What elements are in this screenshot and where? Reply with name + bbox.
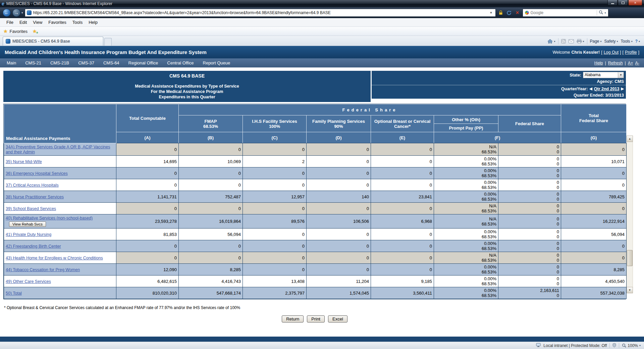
nav-item-cms-37[interactable]: CMS-37 [78, 60, 94, 65]
cell-ihs: 0 [243, 240, 307, 252]
footnote: * Optional Breast & Cervical Cancer Serv… [4, 305, 644, 310]
search-options-icon[interactable]: ▾ [605, 11, 606, 14]
service-link[interactable]: 39) School Based Services [6, 206, 56, 211]
tools-menu-button[interactable]: Tools▾ [621, 39, 633, 44]
logout-link[interactable]: Log Out [604, 50, 619, 55]
cell-service-label: 41) Private Duty Nursing [4, 229, 116, 240]
zoom-control[interactable]: 100% ▾ [622, 343, 641, 348]
nav-item-central-office[interactable]: Central Office [167, 60, 194, 65]
font-decrease-link[interactable]: A- [635, 61, 640, 65]
service-link[interactable]: 34A) Preventive Services Grade A OR B, A… [6, 145, 110, 154]
service-link[interactable]: 44) Tobacco Cessation for Preg Women [6, 267, 80, 272]
menu-item-file[interactable]: File [3, 19, 16, 26]
safety-menu-button[interactable]: Safety▾ [604, 39, 618, 44]
table-row: 41) Private Duty Nursing 81,853 56,094 0… [4, 229, 627, 240]
window-title: MBES/CBES - CMS 64.9 Base - Windows Inte… [6, 1, 112, 6]
nav-item-cms-21[interactable]: CMS-21 [25, 60, 41, 65]
add-favorite-button[interactable]: ★+ [31, 29, 38, 34]
intranet-zone-icon [536, 343, 541, 348]
profile-link[interactable]: Profile [625, 50, 637, 55]
table-scrollbar[interactable]: ▲ ▼ [627, 136, 633, 293]
cell-total-federal-share: 0 [561, 167, 627, 179]
minimize-button[interactable] [607, 0, 618, 6]
service-link[interactable]: 49) Other Care Services [6, 279, 51, 284]
new-tab-button[interactable] [104, 38, 112, 46]
favorites-button[interactable]: Favorites [9, 29, 30, 34]
home-button[interactable]: ▾ [547, 39, 555, 44]
service-link[interactable]: 42) Freestanding Birth Center [6, 244, 61, 249]
state-select-arrow-icon[interactable]: ▼ [618, 72, 624, 78]
cell-breast-cervical-cancer: 0 [371, 143, 434, 156]
nav-item-cms-64[interactable]: CMS-64 [103, 60, 119, 65]
cell-federal-share: 00 [498, 191, 561, 203]
service-link[interactable]: 38) Nurse Practitioner Services [6, 195, 64, 199]
cell-total-federal-share: 0 [561, 143, 627, 156]
page-menu-button[interactable]: Page▾ [590, 39, 602, 44]
next-quarter-icon[interactable]: ▶ [621, 87, 624, 91]
service-link[interactable]: 50) Total [6, 291, 22, 296]
help-menu-button[interactable]: ?▾ [635, 39, 640, 44]
close-button[interactable]: × [628, 0, 642, 6]
refresh-button[interactable] [506, 9, 513, 16]
help-link[interactable]: Help [594, 61, 603, 65]
cell-federal-share: 00 [498, 229, 561, 240]
view-rehab-svcs-button[interactable]: View Rehab Svcs [9, 221, 46, 227]
nav-item-report-queue[interactable]: Report Queue [203, 60, 230, 65]
print-form-button[interactable]: Print [307, 315, 325, 322]
cell-ihs: 89,576 [243, 214, 307, 229]
menu-item-help[interactable]: Help [86, 19, 101, 26]
favorites-star-icon[interactable]: ★ [3, 29, 8, 34]
excel-button[interactable]: Excel [328, 315, 347, 322]
quarter-link[interactable]: Qtr 2nd 2013 [594, 87, 620, 91]
nav-item-main[interactable]: Main [7, 60, 16, 65]
read-mail-button[interactable] [569, 39, 574, 43]
service-link[interactable]: 35) Nurse Mid-Wife [6, 159, 42, 164]
search-magnifier-icon[interactable] [599, 10, 603, 15]
back-button[interactable]: ← [3, 9, 11, 17]
cell-family-planning: 0 [307, 203, 371, 214]
state-select[interactable]: Alabama ▼ [583, 72, 624, 78]
service-link[interactable]: 40) Rehabilitative Services (non-school-… [6, 216, 93, 220]
search-input[interactable]: Google ▾ [523, 9, 608, 17]
menu-item-view[interactable]: View [30, 19, 45, 26]
service-link[interactable]: 36) Emergency Hospital Services [6, 171, 68, 176]
column-letter-b: (B) [179, 132, 243, 143]
forward-button[interactable]: → [12, 9, 20, 17]
url-input[interactable]: https://65.220.21.9/MBESCBES/CMS64/CMS64… [25, 9, 496, 17]
cell-total-federal-share: 8,285 [561, 264, 627, 276]
table-row: 42) Freestanding Birth Center 0 0 0 0 0 … [4, 240, 627, 252]
nav-item-cms-21b[interactable]: CMS-21B [50, 60, 69, 65]
menu-item-edit[interactable]: Edit [16, 19, 30, 26]
service-link[interactable]: 37) Critical Access Hospitals [6, 183, 59, 188]
menu-item-tools[interactable]: Tools [69, 19, 86, 26]
stop-button[interactable]: × [514, 9, 521, 16]
nav-item-regional-office[interactable]: Regional Office [128, 60, 158, 65]
service-link[interactable]: 41) Private Duty Nursing [6, 232, 51, 237]
return-button[interactable]: Return [282, 315, 304, 322]
cell-other-prompt-pay: 0.00%68.53% [434, 229, 498, 240]
refresh-link[interactable]: Refresh [608, 61, 623, 65]
browser-tab[interactable]: MBES/CBES - CMS 64.9 Base [3, 37, 103, 46]
rss-feed-icon[interactable] [561, 39, 566, 44]
google-logo-icon [525, 11, 529, 15]
previous-quarter-icon[interactable]: ◀ [589, 87, 592, 91]
cell-total-computable: 14,695 [116, 156, 179, 167]
scroll-up-button[interactable]: ▲ [627, 136, 633, 142]
menu-item-favorites[interactable]: Favorites [45, 19, 69, 26]
service-link[interactable]: 43) Health Home for Enrollees w Chronic … [6, 256, 103, 260]
quarter-ended-label: Quarter Ended: 3/31/2013 [574, 93, 624, 98]
maximize-button[interactable] [618, 0, 628, 6]
scroll-down-button[interactable]: ▼ [627, 287, 633, 293]
cell-breast-cervical-cancer: 0 [371, 229, 434, 240]
table-row: 35) Nurse Mid-Wife 14,695 10,069 2 0 0 0… [4, 156, 627, 167]
cell-total-federal-share: 4,450,540 [561, 276, 627, 287]
url-dropdown-icon[interactable]: ▼ [489, 11, 494, 14]
font-increase-link[interactable]: A+ [628, 61, 633, 65]
print-button[interactable]: ▾ [577, 39, 584, 44]
scrollbar-track[interactable] [627, 142, 633, 287]
cell-service-label: 43) Health Home for Enrollees w Chronic … [4, 252, 116, 264]
table-row: 39) School Based Services 0 0 0 0 0 N/A6… [4, 203, 627, 214]
history-dropdown-icon[interactable]: ▾ [21, 11, 23, 14]
scrollbar-thumb[interactable] [627, 250, 633, 266]
welcome-area: WelcomeChris Kessler! [Log Out] [Profile… [553, 50, 640, 55]
